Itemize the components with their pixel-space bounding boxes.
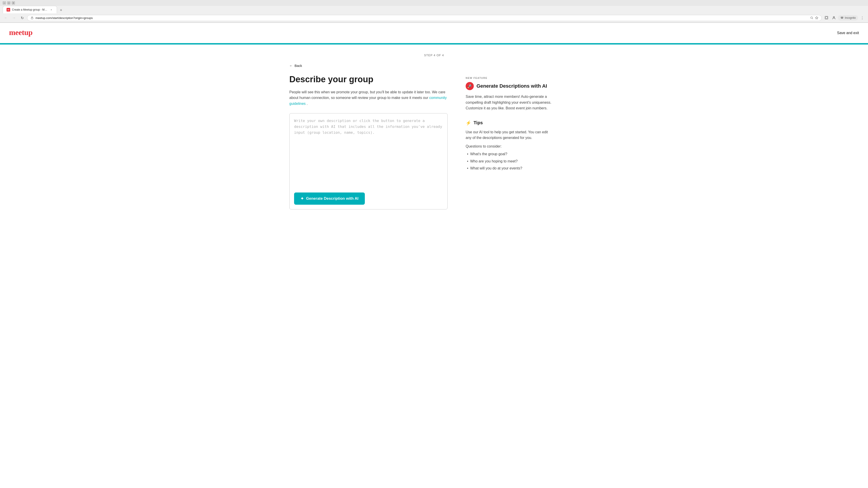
browser-titlebar: ─ □ ×: [0, 0, 868, 6]
url-text: meetup.com/start/description?origin=grou…: [35, 16, 808, 20]
profile-btn[interactable]: [831, 15, 837, 21]
incognito-label: Incognito: [845, 16, 856, 20]
sidebar-section: NEW FEATURE 🚀 Generate Descriptions with…: [466, 74, 552, 173]
tips-questions-label: Questions to consider:: [466, 144, 552, 149]
back-arrow-icon: ←: [289, 64, 293, 68]
menu-btn[interactable]: ⋮: [859, 15, 865, 21]
svg-text:meetup: meetup: [9, 28, 33, 37]
content-layout: Describe your group People will see this…: [289, 74, 579, 209]
description-part1: People will see this when we promote you…: [289, 90, 445, 100]
new-tab-btn[interactable]: +: [58, 7, 64, 13]
meetup-logo-svg: meetup: [9, 27, 36, 37]
tips-list-item: What will you do at your events?: [466, 165, 552, 171]
tips-title-row: ⚡ Tips: [466, 120, 552, 126]
minimize-btn[interactable]: ─: [3, 1, 6, 4]
page-content: STEP 4 OF 4 ← Back Describe your group P…: [276, 44, 592, 219]
feature-rocket-icon: 🚀: [466, 82, 474, 90]
back-link[interactable]: ← Back: [289, 64, 579, 68]
active-tab[interactable]: m Create a Meetup group - Meet... ×: [3, 6, 57, 13]
window-controls: ─ □ ×: [3, 1, 15, 4]
browser-toolbar-icons: Incognito ⋮: [824, 15, 865, 21]
url-bar[interactable]: meetup.com/start/description?origin=grou…: [27, 15, 822, 21]
meetup-logo: meetup: [9, 27, 36, 38]
star-icon: [815, 16, 818, 20]
reload-btn[interactable]: ↻: [19, 15, 25, 21]
svg-point-4: [842, 18, 843, 19]
tips-bolt-icon: ⚡: [466, 120, 471, 126]
page-description: People will see this when we promote you…: [289, 89, 447, 107]
maximize-btn[interactable]: □: [7, 1, 10, 4]
new-feature-tag: NEW FEATURE: [466, 76, 552, 79]
svg-rect-0: [31, 18, 33, 19]
tips-list-item: What's the group goal?: [466, 151, 552, 157]
generate-description-button[interactable]: ✦ Generate Description with AI: [294, 193, 365, 205]
close-btn[interactable]: ×: [12, 1, 15, 4]
feature-title: Generate Descriptions with AI: [476, 83, 547, 89]
search-icon: [810, 16, 813, 20]
description-textarea-container[interactable]: ✦ Generate Description with AI: [289, 113, 447, 209]
main-section: Describe your group People will see this…: [289, 74, 447, 209]
save-exit-button[interactable]: Save and exit: [837, 31, 859, 35]
browser-chrome: ─ □ × m Create a Meetup group - Meet... …: [0, 0, 868, 23]
generate-sparkle-icon: ✦: [301, 196, 304, 201]
extensions-btn[interactable]: [824, 15, 830, 21]
tab-close-btn[interactable]: ×: [50, 8, 53, 11]
description-part2: .: [307, 102, 308, 105]
lock-icon: [31, 16, 34, 20]
tips-list-item: Who are you hoping to meet?: [466, 158, 552, 164]
page-title: Describe your group: [289, 74, 447, 85]
svg-point-2: [833, 17, 835, 18]
tips-section: ⚡ Tips Use our AI tool to help you get s…: [466, 120, 552, 171]
step-indicator: STEP 4 OF 4: [289, 54, 579, 57]
forward-nav-btn[interactable]: →: [11, 15, 17, 21]
tab-title: Create a Meetup group - Meet...: [12, 8, 48, 11]
back-nav-btn[interactable]: ←: [3, 15, 9, 21]
tips-list: What's the group goal? Who are you hopin…: [466, 151, 552, 171]
feature-description: Save time, attract more members! Auto-ge…: [466, 94, 552, 111]
address-bar: ← → ↻ meetup.com/start/description?origi…: [0, 13, 868, 23]
app-header: meetup Save and exit: [0, 23, 868, 43]
tab-bar: m Create a Meetup group - Meet... × +: [0, 6, 868, 13]
generate-btn-label: Generate Description with AI: [306, 196, 359, 201]
tab-favicon: m: [6, 8, 10, 11]
feature-title-row: 🚀 Generate Descriptions with AI: [466, 82, 552, 90]
feature-card: NEW FEATURE 🚀 Generate Descriptions with…: [466, 76, 552, 111]
description-textarea[interactable]: [294, 118, 443, 186]
svg-point-1: [811, 17, 813, 19]
tips-title: Tips: [473, 120, 483, 125]
incognito-badge: Incognito: [838, 15, 858, 21]
back-label: Back: [294, 64, 302, 68]
tips-description: Use our AI tool to help you get started.…: [466, 129, 552, 141]
